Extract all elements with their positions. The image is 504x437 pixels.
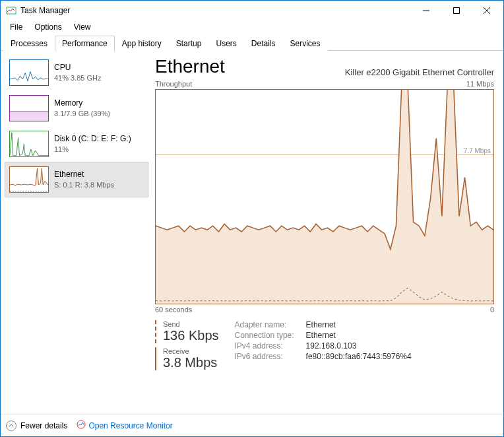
svg-rect-2 [454, 8, 460, 14]
throughput-chart: 7.7 Mbps [155, 89, 494, 304]
app-icon [6, 5, 16, 16]
disk-title: Disk 0 (C: D: E: F: G:) [54, 134, 131, 145]
send-label: Send [163, 320, 219, 328]
prop-key: IPv6 address: [235, 352, 294, 361]
disk-thumb-icon [9, 131, 49, 157]
chart-label-right: 11 Mbps [466, 80, 494, 88]
tab-app-history[interactable]: App history [115, 36, 169, 51]
send-stat: Send 136 Kbps [155, 320, 219, 343]
prop-value: fe80::89cb:faa6:7443:5976%4 [306, 352, 412, 361]
tab-startup[interactable]: Startup [169, 36, 209, 51]
sidebar-item-memory[interactable]: Memory 3.1/7.9 GB (39%) [5, 90, 148, 126]
open-resource-monitor-label: Open Resource Monitor [88, 421, 172, 430]
window-title: Task Manager [20, 6, 70, 15]
cpu-sub: 41% 3.85 GHz [54, 73, 102, 83]
minimize-button[interactable] [411, 1, 441, 20]
resource-monitor-icon [77, 420, 86, 431]
tab-services[interactable]: Services [283, 36, 328, 51]
main-panel: Ethernet Killer e2200 Gigabit Ethernet C… [148, 51, 503, 414]
prop-key: Adapter name: [235, 320, 294, 329]
chevron-up-icon [6, 420, 16, 431]
ethernet-thumb-icon [9, 166, 49, 193]
ethernet-title: Ethernet [54, 170, 114, 180]
menu-file[interactable]: File [5, 21, 28, 33]
sidebar-item-ethernet[interactable]: Ethernet S: 0.1 R: 3.8 Mbps [5, 162, 148, 197]
memory-thumb-icon [9, 95, 49, 121]
tab-users[interactable]: Users [208, 36, 243, 51]
cpu-title: CPU [54, 63, 102, 73]
close-button[interactable] [472, 1, 502, 20]
receive-stat: Receive 3.8 Mbps [155, 347, 219, 370]
sidebar: CPU 41% 3.85 GHz Memory 3.1/7.9 GB (39%)… [1, 51, 148, 414]
maximize-button[interactable] [441, 1, 472, 20]
menu-options[interactable]: Options [29, 21, 67, 33]
page-title: Ethernet [155, 56, 225, 77]
axis-label-right: 0 [490, 306, 494, 314]
title-bar: Task Manager [1, 1, 503, 20]
memory-sub: 3.1/7.9 GB (39%) [54, 109, 110, 118]
prop-key: Connection type: [235, 331, 294, 340]
tab-details[interactable]: Details [244, 36, 283, 51]
menu-bar: File Options View [1, 20, 503, 34]
tab-strip: Processes Performance App history Startu… [1, 35, 503, 51]
receive-value: 3.8 Mbps [163, 355, 219, 370]
sidebar-item-cpu[interactable]: CPU 41% 3.85 GHz [5, 55, 148, 90]
menu-view[interactable]: View [69, 21, 96, 33]
prop-value: 192.168.0.103 [306, 341, 412, 351]
disk-sub: 11% [54, 145, 131, 154]
sidebar-item-disk[interactable]: Disk 0 (C: D: E: F: G:) 11% [5, 126, 148, 162]
axis-label-left: 60 seconds [155, 306, 192, 314]
ethernet-sub: S: 0.1 R: 3.8 Mbps [54, 180, 114, 189]
prop-value: Ethernet [306, 320, 412, 329]
footer: Fewer details Open Resource Monitor [1, 414, 503, 436]
adapter-name: Killer e2200 Gigabit Ethernet Controller [345, 67, 494, 77]
prop-key: IPv4 address: [235, 341, 294, 351]
fewer-details-label: Fewer details [20, 421, 67, 430]
open-resource-monitor-link[interactable]: Open Resource Monitor [77, 420, 172, 431]
memory-title: Memory [54, 98, 110, 109]
svg-rect-5 [10, 112, 48, 121]
chart-label-left: Throughput [155, 80, 192, 88]
fewer-details-button[interactable]: Fewer details [6, 420, 67, 431]
tab-performance[interactable]: Performance [55, 36, 115, 51]
prop-value: Ethernet [306, 331, 412, 340]
properties-grid: Adapter name:Ethernet Connection type:Et… [235, 320, 412, 370]
cpu-thumb-icon [9, 59, 49, 86]
send-value: 136 Kbps [163, 328, 219, 343]
tab-processes[interactable]: Processes [3, 36, 55, 51]
receive-label: Receive [163, 347, 219, 355]
